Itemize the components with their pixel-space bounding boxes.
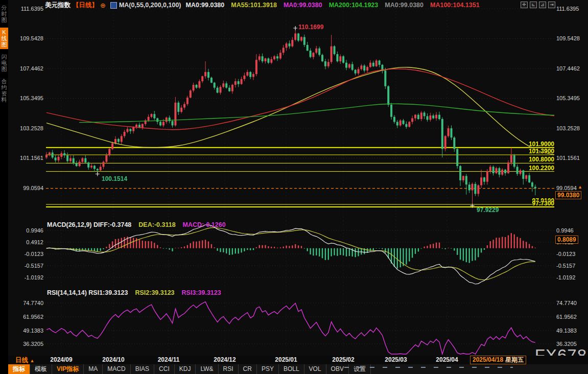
- month-label: 2025/04: [436, 356, 458, 363]
- ma-readouts: MA0:99.0380MA55:101.3918MA0:99.0380MA200…: [186, 2, 480, 9]
- ma-readout: MA200:104.1923: [329, 2, 379, 9]
- sidebar-item-lightning-chart[interactable]: 闪电图: [0, 52, 8, 74]
- toolbar-item-BOLL[interactable]: BOLL: [279, 364, 304, 374]
- month-label: 2025/03: [385, 356, 407, 363]
- price-axis-label-right: 111.6395: [556, 5, 579, 12]
- macd-panel-chart[interactable]: [0, 221, 588, 288]
- toolbar-item-设置[interactable]: 设置: [349, 364, 371, 374]
- ma-settings[interactable]: MA(0,55,0,200,0,100): [119, 2, 181, 9]
- date-axis-row: 日线 ▲ 2024/092024/102024/112024/122025/01…: [8, 356, 588, 364]
- price-axis-label-right: 109.5428: [556, 35, 580, 42]
- macd-axis-label-right: 0.9946: [556, 227, 574, 234]
- macd-marker-box: 0.8089: [555, 236, 578, 244]
- scale-left-icon[interactable]: ⊾: [530, 2, 537, 8]
- main-price-chart[interactable]: [0, 0, 588, 221]
- toolbar-item-PSY[interactable]: PSY: [257, 364, 279, 374]
- macd-axis-label-right: -0.0123: [556, 250, 575, 258]
- low-price-marker: 100.1514: [102, 175, 127, 182]
- toolbar-item-MA[interactable]: MA: [84, 364, 103, 374]
- rsi1-readout: RSI(14,14,14) RSI1:39.3123: [47, 289, 128, 296]
- macd-axis-label-right: -1.0192: [556, 274, 575, 281]
- scroll-dashes: [344, 367, 513, 368]
- toolbar-item-VIP指标[interactable]: VIP指标: [52, 364, 84, 374]
- toolbar-item-CR[interactable]: CR: [239, 364, 257, 374]
- toolbar-item-VOL[interactable]: VOL: [304, 364, 326, 374]
- month-label: 2024/11: [158, 356, 180, 363]
- month-label: 2024/12: [214, 356, 236, 363]
- sidebar-item-candle-chart[interactable]: K线图: [0, 28, 8, 49]
- macd-axis-label-right: -0.5157: [556, 262, 575, 269]
- chart-app: 分时图 K线图 闪电图 合约资料 美元指数 【日线】 ⊕ MA(0,55,0,2…: [0, 0, 588, 374]
- month-label: 2025/01: [275, 356, 297, 363]
- sr-line-label: 100.2200: [516, 165, 554, 172]
- pan-icon[interactable]: ✛: [521, 2, 528, 8]
- price-axis-label-right: 99.0594: [556, 184, 577, 192]
- macd-hist-readout: MACD:-0.1260: [183, 221, 226, 228]
- price-axis-label-right: 103.2528: [556, 125, 580, 132]
- ma-readout: MA55:101.3918: [231, 2, 277, 9]
- sr-line-label: 101.3900: [516, 148, 554, 155]
- high-price-marker: 110.1699: [298, 24, 323, 31]
- macd-diff-readout: MACD(26,12,9) DIFF:-0.3748: [47, 221, 131, 228]
- ma-readout: MA0:99.0380: [284, 2, 322, 9]
- rsi-axis-label-right: 49.1383: [556, 327, 577, 334]
- rsi-axis-label-right: 74.7740: [556, 299, 577, 307]
- rsi-header: RSI(14,14,14) RSI1:39.3123 RSI2:39.3123 …: [47, 289, 221, 296]
- toolbar-item-CCI[interactable]: CCI: [154, 364, 175, 374]
- chevron-up-icon: ▲: [30, 358, 34, 363]
- month-label: 2024/10: [102, 356, 124, 363]
- price-up-arrow-icon: ▲: [578, 184, 582, 190]
- sidebar-item-time-chart[interactable]: 分时图: [0, 3, 8, 25]
- toolbar-item-LW&[interactable]: LW&: [196, 364, 218, 374]
- rsi2-readout: RSI2:39.3123: [135, 289, 174, 296]
- sr-line-label: 101.9000: [516, 141, 554, 148]
- mini-chart-icon[interactable]: [110, 2, 117, 9]
- period-selector[interactable]: 日线 ▲: [15, 356, 34, 365]
- macd-dea-readout: DEA:-0.3118: [138, 221, 175, 228]
- indicator-toolbar: 指标模板VIP指标MAMACDBIASCCIKDJLW&RSICRPSYBOLL…: [8, 364, 588, 374]
- ma-readout: MA0:99.0380: [186, 2, 225, 9]
- price-axis-label-right: 101.1561: [556, 154, 580, 161]
- toolbar-item-BIAS[interactable]: BIAS: [131, 364, 154, 374]
- left-sidebar: 分时图 K线图 闪电图 合约资料: [0, 0, 8, 374]
- min-price-marker: 97.9229: [477, 206, 499, 214]
- rsi3-readout: RSI3:39.3123: [182, 289, 221, 296]
- sidebar-item-contract-info[interactable]: 合约资料: [0, 77, 8, 104]
- last-date-box: 2025/04/18星期五: [470, 356, 526, 364]
- symbol-name: 美元指数: [45, 1, 70, 10]
- title-bar: 美元指数 【日线】 ⊕ MA(0,55,0,200,0,100) MA0:99.…: [45, 1, 480, 10]
- month-label: 2025/02: [332, 356, 354, 363]
- toolbar-item-指标[interactable]: 指标: [8, 364, 30, 374]
- link-icon[interactable]: ⊕: [100, 2, 106, 9]
- month-label: 2024/09: [50, 356, 72, 363]
- ma-readout: MA0:99.0380: [385, 2, 424, 9]
- current-price-box: 99.0380: [555, 191, 581, 199]
- ma-readout: MA100:104.1351: [430, 2, 480, 9]
- sr-line-label: 100.8000: [516, 156, 554, 163]
- toolbar-item-模板[interactable]: 模板: [30, 364, 52, 374]
- rsi-axis-label-right: 61.9562: [556, 313, 577, 320]
- toolbar-item-RSI[interactable]: RSI: [219, 364, 239, 374]
- period-tag[interactable]: 【日线】: [73, 1, 98, 10]
- chart-tool-buttons: ✛ ⊾ ⊿ ⇥: [521, 2, 555, 8]
- rsi-panel-chart[interactable]: [0, 288, 588, 356]
- toolbar-item-OBV[interactable]: OBV: [326, 364, 349, 374]
- toolbar-item-KDJ[interactable]: KDJ: [175, 364, 196, 374]
- macd-header: MACD(26,12,9) DIFF:-0.3748 DEA:-0.3118 M…: [47, 221, 226, 228]
- scale-right-icon[interactable]: ⊿: [539, 2, 546, 8]
- price-axis-label-right: 107.4462: [556, 65, 580, 72]
- exit-icon[interactable]: ⇥: [548, 2, 555, 8]
- sr-line-label: 97.7300: [516, 200, 554, 207]
- price-axis-label-right: 105.3495: [556, 95, 580, 102]
- toolbar-item-MACD[interactable]: MACD: [103, 364, 130, 374]
